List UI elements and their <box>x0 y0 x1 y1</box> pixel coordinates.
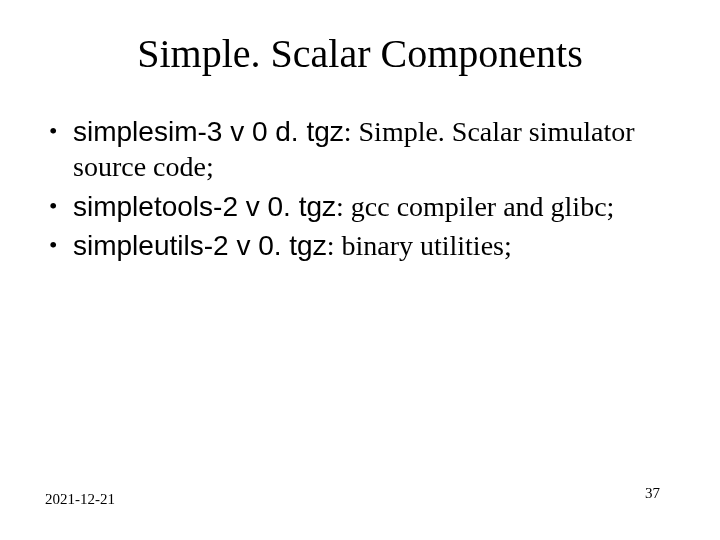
bullet-item: simpleutils-2 v 0. tgz: binary utilities… <box>45 228 660 263</box>
separator: : <box>344 116 359 147</box>
slide-content: simplesim-3 v 0 d. tgz: Simple. Scalar s… <box>45 114 660 267</box>
footer-page-number: 37 <box>645 485 660 502</box>
slide-title: Simple. Scalar Components <box>0 30 720 77</box>
separator: : <box>336 191 351 222</box>
package-name: simpleutils-2 v 0. tgz <box>73 230 327 261</box>
bullet-item: simpletools-2 v 0. tgz: gcc compiler and… <box>45 189 660 224</box>
package-desc: gcc compiler and glibc; <box>351 191 615 222</box>
separator: : <box>327 230 342 261</box>
package-desc: binary utilities; <box>341 230 511 261</box>
package-name: simpletools-2 v 0. tgz <box>73 191 336 222</box>
bullet-list: simplesim-3 v 0 d. tgz: Simple. Scalar s… <box>45 114 660 263</box>
slide: Simple. Scalar Components simplesim-3 v … <box>0 0 720 540</box>
bullet-item: simplesim-3 v 0 d. tgz: Simple. Scalar s… <box>45 114 660 185</box>
footer-date: 2021-12-21 <box>45 491 115 508</box>
package-name: simplesim-3 v 0 d. tgz <box>73 116 344 147</box>
